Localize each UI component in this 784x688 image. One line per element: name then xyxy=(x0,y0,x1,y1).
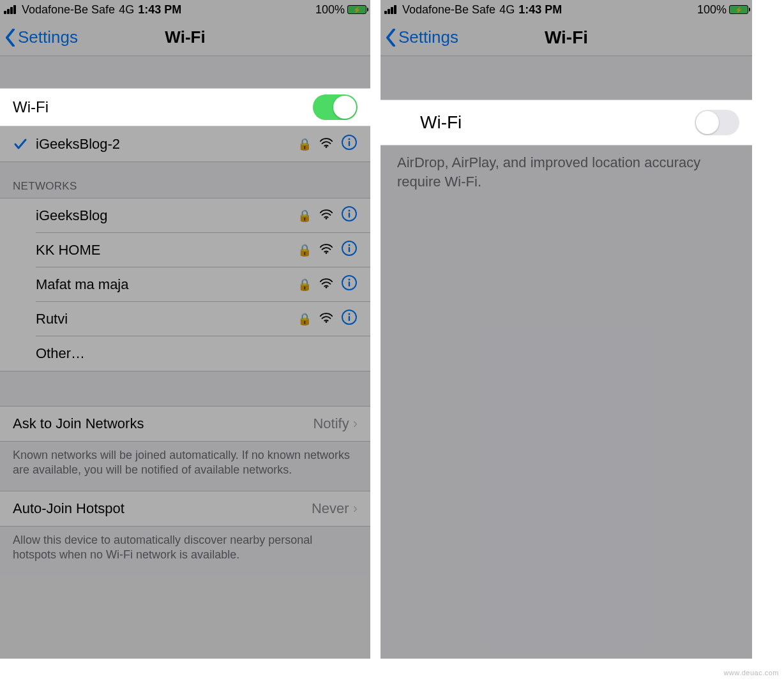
lock-icon: 🔒 xyxy=(298,209,312,223)
svg-point-6 xyxy=(349,210,351,212)
battery-percent: 100% xyxy=(697,3,727,17)
other-label: Other… xyxy=(36,345,85,362)
lock-icon: 🔒 xyxy=(298,243,312,257)
svg-rect-15 xyxy=(349,281,350,287)
lock-icon: 🔒 xyxy=(298,312,312,326)
status-time: 1:43 PM xyxy=(138,3,181,17)
battery-icon: ⚡ xyxy=(347,5,366,14)
auto-hotspot-footer: Allow this device to automatically disco… xyxy=(0,527,370,576)
svg-point-12 xyxy=(326,287,328,288)
info-icon[interactable] xyxy=(341,206,358,226)
wifi-toggle-switch[interactable] xyxy=(695,110,739,135)
back-label: Settings xyxy=(398,27,458,47)
spacer xyxy=(381,56,752,100)
auto-hotspot-row[interactable]: Auto-Join Hotspot Never › xyxy=(0,491,370,527)
nav-bar: Settings Wi-Fi xyxy=(0,19,370,56)
screenshot-left: Vodafone-Be Safe 4G 1:43 PM 100% ⚡ Setti… xyxy=(0,0,370,659)
ask-join-value: Notify xyxy=(313,415,349,432)
back-label: Settings xyxy=(18,27,78,47)
carrier-label: Vodafone-Be Safe xyxy=(402,3,495,17)
info-icon[interactable] xyxy=(341,309,358,329)
chevron-right-icon: › xyxy=(353,500,358,517)
svg-rect-7 xyxy=(349,213,350,218)
connection-type: 4G xyxy=(119,3,134,17)
empty-area xyxy=(381,198,752,659)
chevron-left-icon xyxy=(386,29,396,47)
wifi-signal-icon xyxy=(319,136,333,153)
spacer xyxy=(0,371,370,406)
info-icon[interactable] xyxy=(341,274,358,295)
wifi-toggle-row[interactable]: Wi-Fi xyxy=(0,88,370,126)
wifi-toggle-label: Wi-Fi xyxy=(420,112,462,133)
svg-point-8 xyxy=(326,252,328,254)
signal-icon xyxy=(4,5,18,14)
info-icon[interactable] xyxy=(341,134,358,154)
auto-hotspot-label: Auto-Join Hotspot xyxy=(13,500,124,517)
network-name: iGeeksBlog xyxy=(36,207,108,224)
svg-rect-19 xyxy=(349,316,350,321)
wifi-off-info: AirDrop, AirPlay, and improved location … xyxy=(381,146,752,198)
wifi-toggle-switch[interactable] xyxy=(313,94,358,120)
networks-header: NETWORKS xyxy=(0,162,370,198)
svg-point-10 xyxy=(349,244,351,246)
back-button[interactable]: Settings xyxy=(386,27,458,47)
network-name: Rutvi xyxy=(36,311,68,327)
wifi-toggle-label: Wi-Fi xyxy=(13,98,49,116)
spacer xyxy=(0,56,370,88)
svg-point-4 xyxy=(326,218,328,220)
connection-type: 4G xyxy=(499,3,515,17)
network-row[interactable]: Rutvi 🔒 xyxy=(0,302,370,336)
lock-icon: 🔒 xyxy=(298,137,312,151)
ask-join-label: Ask to Join Networks xyxy=(13,415,144,432)
other-network-row[interactable]: Other… xyxy=(0,336,370,371)
wifi-signal-icon xyxy=(319,242,333,258)
lock-icon: 🔒 xyxy=(298,278,312,292)
network-list: iGeeksBlog 🔒 KK HOME 🔒 Mafat ma maja 🔒 xyxy=(0,198,370,371)
wifi-signal-icon xyxy=(319,276,333,293)
ask-join-footer: Known networks will be joined automatica… xyxy=(0,442,370,491)
status-bar: Vodafone-Be Safe 4G 1:43 PM 100% ⚡ xyxy=(0,0,370,19)
battery-percent: 100% xyxy=(315,3,345,17)
carrier-label: Vodafone-Be Safe xyxy=(22,3,115,17)
svg-point-2 xyxy=(349,138,351,140)
wifi-signal-icon xyxy=(319,207,333,224)
ask-join-row[interactable]: Ask to Join Networks Notify › xyxy=(0,406,370,442)
chevron-right-icon: › xyxy=(353,415,358,432)
chevron-left-icon xyxy=(5,29,15,47)
network-row[interactable]: KK HOME 🔒 xyxy=(0,233,370,267)
svg-point-14 xyxy=(349,279,351,281)
back-button[interactable]: Settings xyxy=(5,27,78,47)
nav-bar: Settings Wi-Fi xyxy=(381,19,752,56)
screenshot-right: Vodafone-Be Safe 4G 1:43 PM 100% ⚡ Setti… xyxy=(381,0,752,659)
svg-rect-3 xyxy=(349,141,350,146)
watermark: www.deuac.com xyxy=(723,669,779,677)
svg-point-18 xyxy=(349,313,351,315)
svg-point-0 xyxy=(326,146,328,148)
signal-icon xyxy=(384,5,398,14)
connected-network-row[interactable]: iGeeksBlog-2 🔒 xyxy=(0,126,370,162)
checkmark-icon xyxy=(13,137,28,152)
network-name: KK HOME xyxy=(36,242,100,258)
wifi-toggle-row[interactable]: Wi-Fi xyxy=(381,100,752,146)
status-bar: Vodafone-Be Safe 4G 1:43 PM 100% ⚡ xyxy=(381,0,752,19)
status-time: 1:43 PM xyxy=(518,3,562,17)
wifi-signal-icon xyxy=(319,311,333,327)
auto-hotspot-value: Never xyxy=(312,500,349,517)
network-row[interactable]: iGeeksBlog 🔒 xyxy=(0,198,370,233)
svg-point-16 xyxy=(326,321,328,323)
svg-rect-11 xyxy=(349,247,350,252)
network-name: Mafat ma maja xyxy=(36,276,129,293)
connected-network-name: iGeeksBlog-2 xyxy=(36,136,120,153)
info-icon[interactable] xyxy=(341,240,358,260)
battery-icon: ⚡ xyxy=(729,5,748,14)
network-row[interactable]: Mafat ma maja 🔒 xyxy=(0,267,370,302)
